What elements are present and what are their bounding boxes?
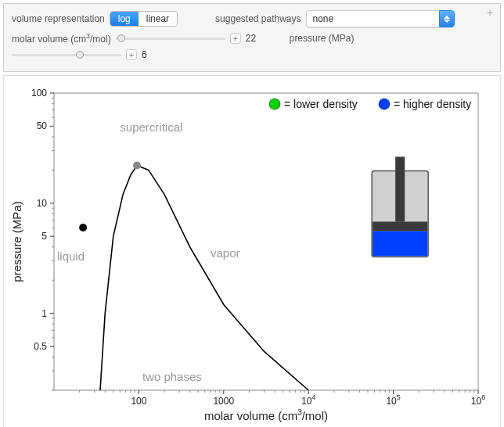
piston-diagram [372,156,428,257]
svg-text:105: 105 [386,393,400,407]
pressure-value: 6 [142,49,157,60]
molar-volume-step-icon[interactable]: + [230,33,241,44]
svg-text:10: 10 [37,198,48,209]
molar-volume-label: molar volume (cm3/mol) [12,32,111,45]
critical-point [133,162,141,170]
pathways-value: none [313,13,334,24]
svg-text:1000: 1000 [213,396,234,407]
svg-rect-97 [395,156,405,221]
state-point [79,224,87,231]
svg-text:5: 5 [41,231,47,242]
region-liquid: liquid [57,249,85,263]
molar-volume-slider[interactable] [116,33,225,44]
svg-text:1: 1 [41,308,47,319]
volume-rep-linear[interactable]: linear [139,12,177,26]
svg-text:100: 100 [131,396,146,407]
region-supercritical: supercritical [120,120,182,134]
chart-area: 0.51510501001001000104105106pressure (MP… [3,75,501,427]
volume-rep-log[interactable]: log [110,12,139,26]
svg-text:50: 50 [37,120,48,131]
svg-text:0.5: 0.5 [34,341,47,352]
svg-rect-95 [373,231,427,256]
pressure-step-icon[interactable]: + [126,49,137,60]
pv-chart: 0.51510501001001000104105106pressure (MP… [5,84,489,427]
pressure-label: pressure (MPa) [290,33,355,44]
svg-text:molar volume (cm3/mol): molar volume (cm3/mol) [204,408,328,422]
volume-rep-label: volume representation [12,13,105,24]
pressure-slider[interactable] [12,49,121,60]
region-vapor: vapor [211,246,240,260]
svg-rect-96 [373,221,427,231]
svg-text:pressure (MPa): pressure (MPa) [10,201,23,282]
volume-rep-toggle[interactable]: log linear [110,11,178,27]
svg-point-90 [269,99,280,109]
svg-text:106: 106 [471,393,485,407]
region-two-phases: two phases [142,370,202,383]
svg-point-92 [379,99,390,109]
controls-panel: + volume representation log linear sugge… [3,3,501,72]
pathways-label: suggested pathways [215,13,301,24]
chevron-updown-icon[interactable] [439,10,455,27]
molar-volume-value: 22 [246,33,261,44]
svg-text:100: 100 [31,88,47,99]
svg-text:= higher density: = higher density [394,98,471,110]
svg-text:104: 104 [301,393,315,407]
svg-text:= lower density: = lower density [284,98,358,110]
pathways-dropdown[interactable]: none [306,10,455,27]
expand-plus-icon[interactable]: + [484,7,495,18]
